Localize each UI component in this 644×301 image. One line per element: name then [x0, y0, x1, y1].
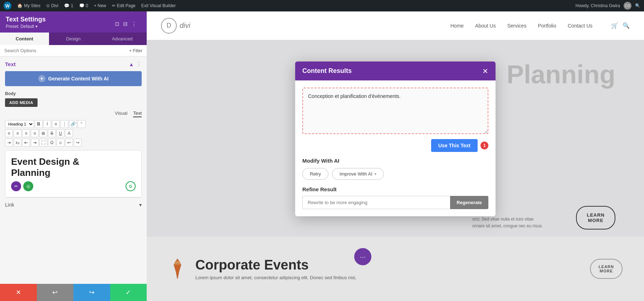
- use-this-text-button[interactable]: Use This Text: [431, 139, 478, 152]
- tab-content[interactable]: Content: [0, 33, 49, 45]
- my-sites-menu[interactable]: 🏠 My Sites: [17, 3, 40, 8]
- italic-button[interactable]: I: [43, 120, 51, 128]
- divi-menu[interactable]: ⊙ Divi: [46, 3, 58, 8]
- table-button[interactable]: ⊞: [39, 129, 47, 137]
- modal-close-button[interactable]: ✕: [482, 68, 488, 75]
- ai-sparkle-icon: ✦: [38, 75, 45, 82]
- nav-services[interactable]: Services: [507, 23, 527, 29]
- grammarly-icon[interactable]: G: [126, 181, 136, 191]
- heading-select[interactable]: Heading 1: [5, 120, 34, 128]
- new-menu[interactable]: + New: [94, 3, 106, 8]
- section-chevron-icon[interactable]: ▲: [129, 61, 134, 67]
- fullscreen-button[interactable]: ⛶: [39, 139, 47, 147]
- refine-section: Refine Result Regenerate: [302, 186, 488, 209]
- emoji-button[interactable]: ☺: [57, 139, 64, 147]
- notification-badge: 1: [480, 142, 488, 149]
- search-input[interactable]: [4, 48, 126, 53]
- admin-bar-right: Howdy, Christina Gwira CG 🔍: [576, 2, 640, 10]
- toolbar-row-2: ≡ ≡ ≡ ≡ ⊞ S U A: [5, 129, 142, 137]
- indent-button[interactable]: ⇥: [5, 139, 13, 147]
- comments-count[interactable]: 💬 1: [64, 3, 73, 8]
- preview-target-icon[interactable]: ◎: [23, 181, 33, 191]
- logo-circle: D: [161, 18, 177, 34]
- body-label: Body: [5, 91, 142, 96]
- modify-section: Modify With AI Retry Improve With AI ▾: [302, 158, 488, 180]
- preview-edit-icon[interactable]: ✏: [11, 181, 21, 191]
- add-media-button[interactable]: ADD MEDIA: [5, 98, 38, 107]
- site-nav-items: Home About Us Services Portfolio Contact…: [450, 22, 630, 29]
- modal-title: Content Results: [302, 67, 352, 75]
- section-dots-icon[interactable]: ⋮: [136, 61, 142, 68]
- panel-more-icon[interactable]: ⋮: [131, 21, 137, 27]
- panel-content: Text ▲ ⋮ ✦ Generate Content With AI Body…: [0, 56, 147, 284]
- bullet-list-button[interactable]: ≡: [52, 120, 60, 128]
- content-textarea[interactable]: Conception et planification d'événements…: [302, 88, 488, 134]
- nav-home[interactable]: Home: [450, 23, 464, 29]
- panel-expand-icon[interactable]: ⊟: [123, 21, 128, 27]
- panel-header-icons: ⊡ ⊟ ⋮: [115, 21, 137, 27]
- redo-button[interactable]: ↪: [73, 284, 110, 301]
- editor-tab-text[interactable]: Text: [133, 110, 142, 117]
- editor-tab-visual[interactable]: Visual: [115, 110, 127, 117]
- panel-header: Text Settings Preset: Default ▾ ⊡ ⊟ ⋮: [0, 11, 147, 33]
- save-button[interactable]: ✓: [110, 284, 147, 301]
- align-right-button[interactable]: ≡: [22, 129, 30, 137]
- search-nav-icon[interactable]: 🔍: [623, 22, 630, 29]
- color-button[interactable]: A: [65, 129, 73, 137]
- link-section: Link ▾: [5, 197, 142, 212]
- link-chevron-icon[interactable]: ▾: [139, 202, 142, 208]
- nav-about[interactable]: About Us: [475, 23, 496, 29]
- justify-button[interactable]: ≡: [31, 129, 39, 137]
- undo-button[interactable]: ↩: [37, 284, 74, 301]
- redo-editor-button[interactable]: ↪: [74, 139, 82, 147]
- modify-buttons: Retry Improve With AI ▾: [302, 168, 488, 180]
- user-avatar: CG: [624, 2, 631, 10]
- howdy-label: Howdy, Christina Gwira: [576, 3, 620, 8]
- preview-heading: Event Design & Planning: [11, 156, 136, 178]
- modal-overlay: Content Results ✕ Conception et planific…: [147, 40, 644, 301]
- panel-minimize-icon[interactable]: ⊡: [115, 21, 119, 27]
- nav-icons: 🛒 🔍: [611, 22, 630, 29]
- strikethrough-button[interactable]: S: [48, 129, 56, 137]
- tab-advanced[interactable]: Advanced: [98, 33, 147, 45]
- subscript-button[interactable]: x₂: [14, 139, 21, 147]
- generate-ai-button[interactable]: ✦ Generate Content With AI: [5, 71, 142, 86]
- refine-input[interactable]: [302, 196, 450, 209]
- refine-label: Refine Result: [302, 186, 488, 192]
- site-content: Planning orci. Sed vitae nulla et ices v…: [147, 40, 644, 301]
- special-char-button[interactable]: Ω: [48, 139, 56, 147]
- wp-icon[interactable]: W: [4, 2, 11, 10]
- align-center-button[interactable]: ≡: [14, 129, 21, 137]
- ordered-list-button[interactable]: ⋮: [60, 120, 68, 128]
- cart-icon[interactable]: 🛒: [611, 22, 618, 29]
- modal-header: Content Results ✕: [295, 61, 496, 80]
- more-indent-button[interactable]: ⇥: [31, 139, 39, 147]
- retry-button[interactable]: Retry: [302, 168, 328, 180]
- underline-button[interactable]: U: [57, 129, 64, 137]
- site-logo: D divi: [161, 18, 190, 34]
- outdent-button[interactable]: ⇤: [22, 139, 30, 147]
- preview-icons: ✏ ◎ G: [11, 181, 136, 191]
- edit-page-link[interactable]: ✏ Edit Page: [112, 3, 136, 8]
- nav-contact[interactable]: Contact Us: [568, 23, 592, 29]
- filter-button[interactable]: + Filter: [129, 48, 142, 53]
- section-controls: ▲ ⋮: [129, 61, 142, 68]
- regenerate-button[interactable]: Regenerate: [450, 196, 488, 209]
- improve-with-ai-button[interactable]: Improve With AI ▾: [332, 168, 384, 180]
- nav-portfolio[interactable]: Portfolio: [538, 23, 556, 29]
- tab-design[interactable]: Design: [49, 33, 98, 45]
- undo-editor-button[interactable]: ↩: [65, 139, 73, 147]
- exit-builder-link[interactable]: Exit Visual Builder: [141, 3, 176, 8]
- bold-button[interactable]: B: [35, 120, 43, 128]
- align-left-button[interactable]: ≡: [5, 129, 13, 137]
- panel-tabs: Content Design Advanced: [0, 33, 147, 45]
- link-button[interactable]: 🔗: [69, 120, 77, 128]
- right-content: D divi Home About Us Services Portfolio …: [147, 11, 644, 301]
- content-results-modal: Content Results ✕ Conception et planific…: [295, 61, 496, 216]
- left-panel: Text Settings Preset: Default ▾ ⊡ ⊟ ⋮ Co…: [0, 11, 147, 301]
- quote-button[interactable]: ": [78, 120, 86, 128]
- bubbles-count[interactable]: 💭 0: [79, 3, 88, 8]
- preview-box: Event Design & Planning ✏ ◎ G: [5, 150, 142, 197]
- search-icon[interactable]: 🔍: [635, 3, 640, 8]
- cancel-button[interactable]: ✕: [0, 284, 37, 301]
